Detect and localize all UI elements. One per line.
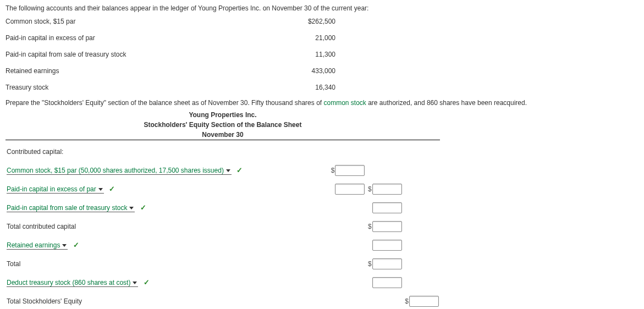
ledger-name: Paid-in capital from sale of treasury st…	[5, 51, 242, 58]
row-retained-earnings: Retained earnings ✓	[5, 236, 440, 255]
dollar-icon: $	[368, 223, 372, 230]
check-icon: ✓	[73, 241, 79, 249]
ledger-value: 16,340	[242, 84, 335, 91]
chevron-down-icon	[62, 244, 67, 247]
label-total: Total	[5, 255, 329, 273]
sheet-company: Young Properties Inc.	[5, 111, 440, 119]
dollar-icon: $	[368, 185, 372, 193]
sheet-date: November 30	[5, 131, 440, 139]
row-total-contributed: Total contributed capital $	[5, 217, 440, 236]
check-icon: ✓	[236, 166, 243, 174]
dropdown-treasury-sale[interactable]: Paid-in capital from sale of treasury st…	[7, 204, 135, 212]
dollar-icon: $	[368, 260, 372, 268]
chevron-down-icon	[133, 282, 137, 284]
ledger-table: Common stock, $15 par $262,500 Paid-in c…	[5, 18, 639, 91]
ledger-name: Retained earnings	[5, 67, 242, 75]
chevron-down-icon	[226, 169, 230, 172]
row-total: Total $	[5, 255, 440, 273]
check-icon: ✓	[140, 203, 146, 212]
horizontal-rule	[5, 140, 440, 140]
amount-total-col3[interactable]	[372, 258, 402, 269]
ledger-value: 433,000	[242, 67, 335, 75]
row-excess-par: Paid-in capital in excess of par ✓ $	[5, 180, 440, 198]
ledger-value: 21,000	[242, 34, 335, 42]
dropdown-retained[interactable]: Retained earnings	[7, 241, 68, 250]
ledger-name: Treasury stock	[5, 84, 242, 91]
check-icon: ✓	[109, 185, 115, 193]
amount-excess-col2[interactable]	[335, 184, 365, 195]
label-total-contributed: Total contributed capital	[5, 217, 329, 236]
chevron-down-icon	[129, 207, 134, 209]
amount-total-contrib-col3[interactable]	[372, 221, 402, 232]
dropdown-deduct-treasury[interactable]: Deduct treasury stock (860 shares at cos…	[7, 279, 138, 287]
amount-treas-sale-col3[interactable]	[372, 202, 402, 213]
ledger-value: 11,300	[242, 51, 335, 58]
amount-common-col2[interactable]	[335, 165, 365, 176]
intro-text: The following accounts and their balance…	[5, 4, 639, 12]
row-total-se: Total Stockholders' Equity $	[5, 292, 440, 309]
amount-total-se-col4[interactable]	[409, 296, 439, 307]
chevron-down-icon	[98, 188, 103, 191]
ledger-name: Common stock, $15 par	[5, 18, 242, 25]
sheet-section: Stockholders' Equity Section of the Bala…	[5, 121, 440, 129]
balance-sheet: Young Properties Inc. Stockholders' Equi…	[5, 111, 440, 309]
check-icon: ✓	[144, 278, 150, 286]
dropdown-excess-par[interactable]: Paid-in capital in excess of par	[7, 185, 104, 194]
row-common-stock: Common stock, $15 par (50,000 shares aut…	[5, 161, 440, 180]
dollar-icon: $	[331, 167, 335, 174]
ledger-name: Paid-in capital in excess of par	[5, 34, 242, 42]
common-stock-link[interactable]: common stock	[323, 99, 366, 107]
row-contributed-heading: Contributed capital:	[5, 142, 440, 161]
label-total-se: Total Stockholders' Equity	[5, 292, 329, 309]
amount-deduct-col3[interactable]	[372, 277, 402, 288]
instruction-text: Prepare the "Stockholders' Equity" secti…	[5, 99, 639, 107]
dropdown-common-stock[interactable]: Common stock, $15 par (50,000 shares aut…	[7, 167, 232, 175]
amount-excess-col3[interactable]	[372, 184, 402, 195]
amount-retained-col3[interactable]	[372, 240, 402, 251]
row-deduct-treasury: Deduct treasury stock (860 shares at cos…	[5, 273, 440, 292]
ledger-value: $262,500	[242, 18, 335, 25]
dollar-icon: $	[405, 297, 409, 305]
label-contributed: Contributed capital:	[5, 142, 329, 161]
row-treasury-sale: Paid-in capital from sale of treasury st…	[5, 198, 440, 217]
